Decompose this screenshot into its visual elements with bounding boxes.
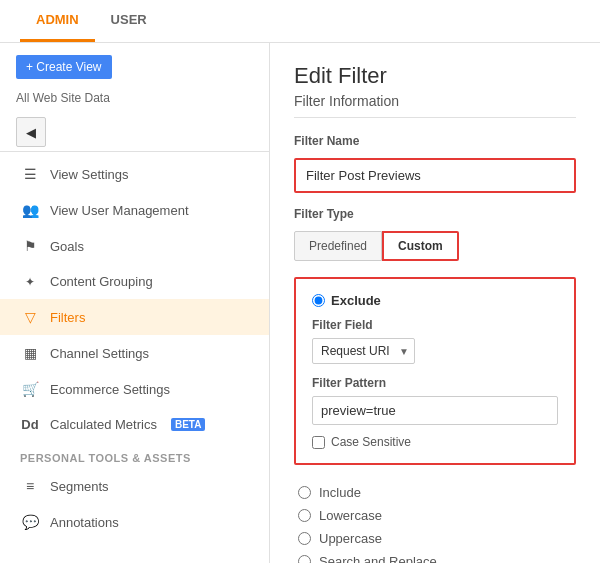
view-settings-icon: ☰ xyxy=(20,166,40,182)
sidebar-label-view-settings: View Settings xyxy=(50,167,129,182)
filter-name-input[interactable] xyxy=(294,158,576,193)
search-replace-radio[interactable] xyxy=(298,555,311,563)
filter-field-label: Filter Field xyxy=(312,318,558,332)
radio-uppercase[interactable]: Uppercase xyxy=(298,527,576,550)
custom-button[interactable]: Custom xyxy=(382,231,459,261)
sidebar-label-content-grouping: Content Grouping xyxy=(50,274,153,289)
sidebar-label-ecommerce: Ecommerce Settings xyxy=(50,382,170,397)
sidebar-divider xyxy=(0,151,269,152)
user-management-icon: 👥 xyxy=(20,202,40,218)
uppercase-radio[interactable] xyxy=(298,532,311,545)
case-sensitive-row: Case Sensitive xyxy=(312,435,558,449)
segments-icon: ≡ xyxy=(20,478,40,494)
lowercase-radio[interactable] xyxy=(298,509,311,522)
exclude-box: Exclude Filter Field Request URI ▼ Filte… xyxy=(294,277,576,465)
radio-search-replace[interactable]: Search and Replace xyxy=(298,550,576,563)
sidebar-item-user-management[interactable]: 👥 View User Management xyxy=(0,192,269,228)
main-content: Edit Filter Filter Information Filter Na… xyxy=(270,43,600,563)
case-sensitive-label: Case Sensitive xyxy=(331,435,411,449)
create-view-button[interactable]: + Create View xyxy=(16,55,112,79)
back-icon: ◀ xyxy=(26,125,36,140)
content-grouping-icon: ✦ xyxy=(20,275,40,289)
nav-admin[interactable]: ADMIN xyxy=(20,0,95,42)
goals-icon: ⚑ xyxy=(20,238,40,254)
filter-type-row: Predefined Custom xyxy=(294,231,576,261)
filter-field-select-wrap: Request URI ▼ xyxy=(312,338,415,364)
view-label: All Web Site Data xyxy=(0,91,269,113)
sidebar-label-segments: Segments xyxy=(50,479,109,494)
filters-icon: ▽ xyxy=(20,309,40,325)
page-title: Edit Filter xyxy=(294,63,576,89)
filter-pattern-label: Filter Pattern xyxy=(312,376,558,390)
include-label: Include xyxy=(319,485,361,500)
ecommerce-icon: 🛒 xyxy=(20,381,40,397)
exclude-radio-row: Exclude xyxy=(312,293,558,308)
filter-type-label: Filter Type xyxy=(294,207,576,221)
sidebar-item-filters[interactable]: ▽ Filters xyxy=(0,299,269,335)
sidebar-label-user-management: View User Management xyxy=(50,203,189,218)
calculated-metrics-icon: Dd xyxy=(20,417,40,432)
exclude-label: Exclude xyxy=(331,293,381,308)
sidebar-label-channel-settings: Channel Settings xyxy=(50,346,149,361)
annotations-icon: 💬 xyxy=(20,514,40,530)
lowercase-label: Lowercase xyxy=(319,508,382,523)
search-replace-label: Search and Replace xyxy=(319,554,437,563)
radio-list: Include Lowercase Uppercase Search and R… xyxy=(294,481,576,563)
exclude-radio[interactable] xyxy=(312,294,325,307)
sidebar-label-goals: Goals xyxy=(50,239,84,254)
predefined-button[interactable]: Predefined xyxy=(294,231,382,261)
sidebar-item-view-settings[interactable]: ☰ View Settings xyxy=(0,156,269,192)
sidebar-item-segments[interactable]: ≡ Segments xyxy=(0,468,269,504)
filter-name-label: Filter Name xyxy=(294,134,576,148)
channel-settings-icon: ▦ xyxy=(20,345,40,361)
case-sensitive-checkbox[interactable] xyxy=(312,436,325,449)
sidebar: + Create View All Web Site Data ◀ ☰ View… xyxy=(0,43,270,563)
section-title: Filter Information xyxy=(294,93,576,118)
sidebar-item-content-grouping[interactable]: ✦ Content Grouping xyxy=(0,264,269,299)
main-layout: + Create View All Web Site Data ◀ ☰ View… xyxy=(0,43,600,563)
sidebar-header: + Create View xyxy=(0,43,269,91)
radio-lowercase[interactable]: Lowercase xyxy=(298,504,576,527)
include-radio[interactable] xyxy=(298,486,311,499)
sidebar-item-annotations[interactable]: 💬 Annotations xyxy=(0,504,269,540)
sidebar-item-goals[interactable]: ⚑ Goals xyxy=(0,228,269,264)
personal-section-label: PERSONAL TOOLS & ASSETS xyxy=(0,442,269,468)
top-nav: ADMIN USER xyxy=(0,0,600,43)
sidebar-item-ecommerce[interactable]: 🛒 Ecommerce Settings xyxy=(0,371,269,407)
sidebar-label-calculated-metrics: Calculated Metrics xyxy=(50,417,157,432)
filter-field-select[interactable]: Request URI xyxy=(312,338,415,364)
beta-badge: BETA xyxy=(171,418,205,431)
nav-user[interactable]: USER xyxy=(95,0,163,42)
sidebar-label-annotations: Annotations xyxy=(50,515,119,530)
sidebar-item-calculated-metrics[interactable]: Dd Calculated Metrics BETA xyxy=(0,407,269,442)
back-button[interactable]: ◀ xyxy=(16,117,46,147)
filter-pattern-input[interactable] xyxy=(312,396,558,425)
sidebar-label-filters: Filters xyxy=(50,310,85,325)
uppercase-label: Uppercase xyxy=(319,531,382,546)
radio-include[interactable]: Include xyxy=(298,481,576,504)
sidebar-item-channel-settings[interactable]: ▦ Channel Settings xyxy=(0,335,269,371)
